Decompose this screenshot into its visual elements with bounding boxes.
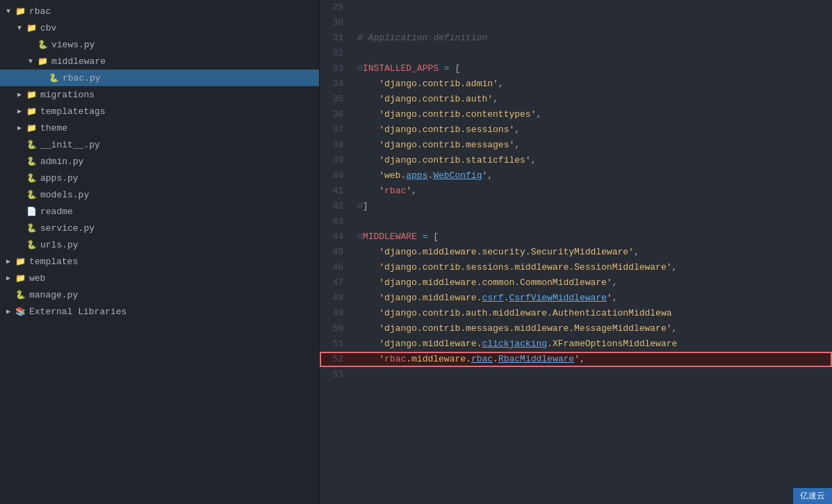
tree-item-label: theme [40, 123, 67, 133]
folder-icon: 📁 [25, 22, 38, 34]
code-line-46: 46 'django.contrib.sessions.middleware.S… [320, 260, 832, 275]
code-line-43: 43 [320, 214, 832, 229]
tree-item-label: migrations [40, 90, 95, 100]
line-content: 'django.middleware.csrf.CsrfViewMiddlewa… [354, 291, 832, 306]
line-number: 46 [320, 260, 354, 275]
py-icon: 🐍 [25, 188, 38, 201]
tree-item-label: manage.py [29, 290, 78, 300]
folder-icon: 📁 [14, 5, 26, 17]
line-number: 49 [320, 306, 354, 321]
tree-item-label: templates [29, 257, 78, 267]
tree-item-__init__-py[interactable]: 🐍__init__.py [0, 136, 319, 153]
py-icon: 🐍 [14, 288, 26, 301]
tree-item-label: urls.py [40, 240, 79, 250]
tree-item-label: templatetags [40, 106, 106, 117]
line-number: 31 [320, 31, 354, 46]
line-content [354, 46, 832, 61]
file-tree: ▼📁rbac▼📁cbv🐍views.py▼📁middleware🐍rbac.py… [0, 0, 320, 504]
line-content [354, 15, 832, 31]
arrow-icon[interactable]: ▼ [25, 58, 36, 65]
tree-item-label: web [29, 273, 45, 284]
arrow-icon[interactable]: ▼ [14, 24, 25, 32]
tree-item-theme[interactable]: ▶📁theme [0, 120, 319, 136]
line-number: 34 [320, 76, 354, 92]
tree-item-cbv[interactable]: ▼📁cbv [0, 19, 319, 36]
tree-item-label: rbac [29, 6, 51, 17]
py-icon: 🐍 [36, 38, 49, 51]
line-content: 'rbac.middleware.rbac.RbacMiddleware', [354, 352, 832, 367]
tree-item-manage-py[interactable]: 🐍manage.py [0, 286, 319, 303]
line-number: 29 [320, 0, 354, 15]
tree-item-migrations[interactable]: ▶📁migrations [0, 86, 319, 103]
line-content: 'django.contrib.sessions.middleware.Sess… [354, 260, 832, 275]
line-number: 52 [320, 352, 354, 367]
code-editor: 293031# Application definition3233⊟INSTA… [320, 0, 832, 504]
py-icon: 🐍 [25, 222, 38, 234]
code-line-53: 53 [320, 367, 832, 382]
tree-item-views-py[interactable]: 🐍views.py [0, 36, 319, 53]
tree-item-apps-py[interactable]: 🐍apps.py [0, 170, 319, 186]
tree-item-models-py[interactable]: 🐍models.py [0, 186, 319, 203]
code-line-45: 45 'django.middleware.security.SecurityM… [320, 245, 832, 260]
line-content [354, 0, 832, 15]
tree-item-label: service.py [40, 223, 95, 234]
arrow-icon[interactable]: ▶ [3, 257, 14, 266]
folder-icon: 📁 [25, 122, 38, 134]
tree-item-urls-py[interactable]: 🐍urls.py [0, 236, 319, 253]
tree-item-admin-py[interactable]: 🐍admin.py [0, 153, 319, 170]
tree-item-service-py[interactable]: 🐍service.py [0, 220, 319, 236]
code-line-48: 48 'django.middleware.csrf.CsrfViewMiddl… [320, 291, 832, 306]
arrow-icon[interactable]: ▼ [3, 8, 14, 15]
arrow-icon[interactable]: ▶ [14, 107, 25, 115]
line-content: 'web.apps.WebConfig', [354, 168, 832, 184]
line-number: 48 [320, 291, 354, 306]
watermark: 亿速云 [793, 488, 832, 504]
tree-item-label: cbv [40, 23, 56, 33]
tree-item-rbac[interactable]: ▼📁rbac [0, 3, 319, 19]
tree-item-label: models.py [40, 190, 89, 200]
arrow-icon[interactable]: ▶ [3, 307, 14, 316]
arrow-icon[interactable]: ▶ [14, 124, 25, 132]
code-line-51: 51 'django.middleware.clickjacking.XFram… [320, 336, 832, 352]
code-line-49: 49 'django.contrib.auth.middleware.Authe… [320, 306, 832, 321]
tree-item-web[interactable]: ▶📁web [0, 270, 319, 286]
line-content [354, 214, 832, 229]
tree-item-templatetags[interactable]: ▶📁templatetags [0, 103, 319, 120]
line-number: 41 [320, 184, 354, 199]
line-content: 'django.contrib.auth.middleware.Authenti… [354, 306, 832, 321]
line-content: ⊟INSTALLED_APPS = [ [354, 61, 832, 76]
py-icon: 🐍 [25, 155, 38, 168]
code-line-50: 50 'django.contrib.messages.middleware.M… [320, 321, 832, 336]
code-line-39: 39 'django.contrib.staticfiles', [320, 153, 832, 168]
txt-icon: 📄 [25, 205, 38, 218]
tree-item-readme[interactable]: 📄readme [0, 203, 319, 220]
code-line-42: 42⊟] [320, 199, 832, 214]
arrow-icon[interactable]: ▶ [3, 274, 14, 282]
line-content: 'django.contrib.sessions', [354, 122, 832, 138]
line-number: 32 [320, 46, 354, 61]
tree-item-label: apps.py [40, 173, 79, 184]
line-number: 43 [320, 214, 354, 229]
line-number: 33 [320, 61, 354, 76]
tree-item-templates[interactable]: ▶📁templates [0, 253, 319, 270]
tree-item-rbac-py[interactable]: 🐍rbac.py [0, 70, 319, 86]
line-number: 51 [320, 336, 354, 352]
line-number: 53 [320, 367, 354, 382]
code-area: 293031# Application definition3233⊟INSTA… [320, 0, 832, 504]
code-line-36: 36 'django.contrib.contenttypes', [320, 107, 832, 122]
tree-item-middleware[interactable]: ▼📁middleware [0, 53, 319, 70]
tree-item-label: rbac.py [63, 73, 101, 83]
code-line-41: 41 'rbac', [320, 184, 832, 199]
line-number: 40 [320, 168, 354, 184]
folder-icon: 📁 [14, 255, 26, 268]
line-number: 45 [320, 245, 354, 260]
tree-item-label: middleware [51, 56, 106, 67]
line-content: 'django.middleware.common.CommonMiddlewa… [354, 275, 832, 291]
code-line-30: 30 [320, 15, 832, 31]
code-line-33: 33⊟INSTALLED_APPS = [ [320, 61, 832, 76]
tree-item-External Libraries[interactable]: ▶📚External Libraries [0, 303, 319, 320]
line-content: # Application definition [354, 31, 832, 46]
arrow-icon[interactable]: ▶ [14, 90, 25, 99]
line-number: 39 [320, 153, 354, 168]
py-icon: 🐍 [25, 138, 38, 151]
